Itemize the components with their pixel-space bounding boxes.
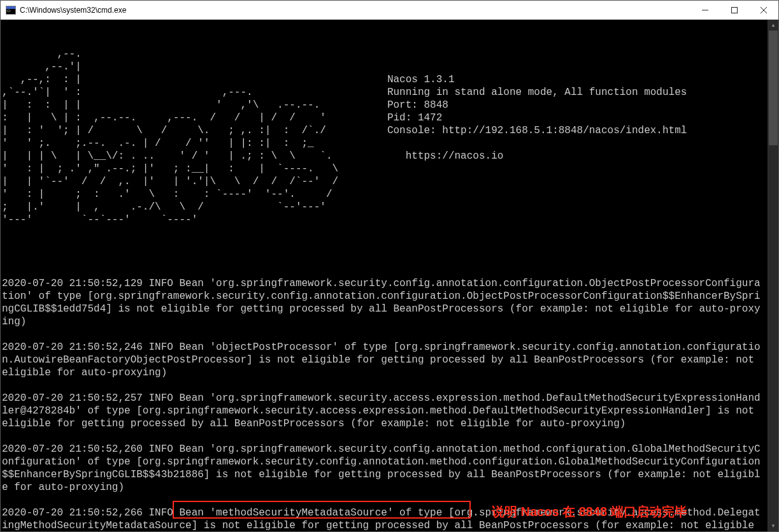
window-controls xyxy=(690,1,778,19)
close-icon xyxy=(761,7,767,13)
close-button[interactable] xyxy=(749,1,778,19)
maximize-button[interactable] xyxy=(720,1,749,19)
scroll-up-arrow-icon[interactable]: ▲ xyxy=(768,20,778,31)
titlebar[interactable]: C:\Windows\system32\cmd.exe xyxy=(1,1,778,20)
cmd-icon xyxy=(6,6,16,15)
scroll-down-arrow-icon[interactable]: ▼ xyxy=(768,521,778,531)
scrollbar-thumb[interactable] xyxy=(769,31,778,145)
minimize-button[interactable] xyxy=(690,1,720,19)
terminal-content[interactable]: ,--. ,--.'| ,--,: : | Nacos 1.3.1 ,`--.'… xyxy=(1,20,768,531)
log-output: 2020-07-20 21:50:52,129 INFO Bean 'org.s… xyxy=(2,252,766,531)
nacos-ascii-banner: ,--. ,--.'| ,--,: : | Nacos 1.3.1 ,`--.'… xyxy=(2,48,359,226)
terminal-area: ,--. ,--.'| ,--,: : | Nacos 1.3.1 ,`--.'… xyxy=(1,20,778,531)
window-title: C:\Windows\system32\cmd.exe xyxy=(20,6,126,15)
maximize-icon xyxy=(731,7,738,13)
scrollbar[interactable]: ▲ ▼ xyxy=(768,20,778,531)
minimize-icon xyxy=(702,7,708,13)
svg-rect-0 xyxy=(732,7,738,13)
cmd-window: C:\Windows\system32\cmd.exe ,--. ,--.'| … xyxy=(0,0,779,532)
